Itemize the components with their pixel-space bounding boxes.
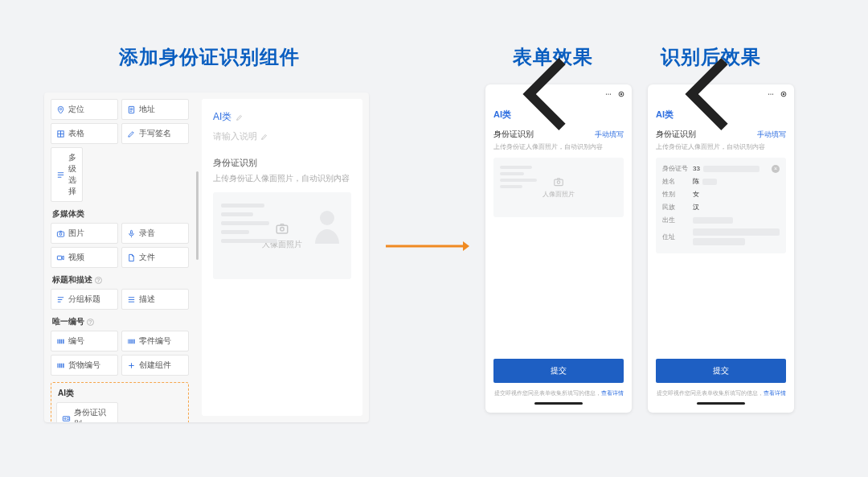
result-addr-label: 住址 <box>662 232 688 241</box>
palette-item-description[interactable]: 描述 <box>121 289 189 310</box>
barcode-icon <box>127 337 136 346</box>
list-icon <box>127 295 136 304</box>
phone-field-label: 身份证识别 <box>493 129 534 140</box>
palette-item-cargo-no[interactable]: 货物编号 <box>51 355 118 376</box>
result-idnum-value[interactable]: 33 <box>693 165 767 172</box>
phone-consent: 提交即视作您同意表单收集所填写的信息，查看详情 <box>493 389 624 397</box>
palette-item-label: 零件编号 <box>139 335 171 347</box>
idcard-field-label: 身份证识别 <box>213 157 351 169</box>
redacted-bar <box>693 238 745 245</box>
palette-item-label: 手写签名 <box>139 128 171 139</box>
builder-panel: 定位 地址 表格 手写签名 多级选择 多媒体类 <box>44 93 369 422</box>
phone-category: AI类 <box>656 109 786 121</box>
palette-item-label: 多级选择 <box>68 152 77 197</box>
phone-field-sub: 上传身份证人像面照片，自动识别内容 <box>493 142 624 151</box>
redacted-bar <box>693 228 780 236</box>
palette-item-label: 身份证识别 <box>74 407 113 422</box>
phone-header <box>485 84 632 104</box>
phone-field-sub: 上传身份证人像面照片，自动识别内容 <box>656 142 786 151</box>
phone-mock-form: AI类 身份证识别 手动填写 上传身份证人像面照片，自动识别内容 人像面照片 提… <box>485 84 632 413</box>
palette-item-label: 表格 <box>68 128 84 139</box>
result-nation-value[interactable]: 汉 <box>693 203 780 212</box>
svg-point-14 <box>606 93 607 94</box>
submit-button[interactable]: 提交 <box>493 359 624 383</box>
redacted-bar <box>702 179 717 185</box>
svg-point-8 <box>64 417 66 419</box>
palette-item-serial[interactable]: 编号 <box>51 331 118 352</box>
idcard-upload-placeholder[interactable]: 人像面照片 <box>213 192 351 279</box>
upload-skeleton-lines <box>221 204 277 243</box>
palette-item-image[interactable]: 图片 <box>51 223 118 244</box>
camera-icon <box>56 229 65 238</box>
palette-item-part-no[interactable]: 零件编号 <box>121 331 189 352</box>
pin-icon <box>56 105 65 114</box>
submit-button[interactable]: 提交 <box>656 359 786 383</box>
phone-upload-label: 人像面照片 <box>542 190 575 199</box>
help-icon[interactable]: ? <box>95 277 102 284</box>
canvas-description-input[interactable]: 请输入说明 <box>213 130 351 142</box>
result-idnum-label: 身份证号 <box>662 164 688 173</box>
target-icon[interactable] <box>780 90 788 98</box>
palette-ai-title: AI类 <box>58 388 74 399</box>
camera-icon <box>553 176 564 187</box>
palette-item-video[interactable]: 视频 <box>51 247 118 268</box>
palette-item-create-new[interactable]: 创建组件 <box>121 355 189 376</box>
more-icon[interactable] <box>767 90 775 98</box>
palette-item-file[interactable]: 文件 <box>121 247 189 268</box>
svg-point-11 <box>320 211 334 225</box>
result-gender-value[interactable]: 女 <box>693 190 780 199</box>
consent-link[interactable]: 查看详情 <box>601 390 624 396</box>
palette-item-cascader[interactable]: 多级选择 <box>51 147 83 202</box>
result-addr-value[interactable] <box>693 228 780 245</box>
palette-item-label: 描述 <box>139 294 155 305</box>
palette-group-top: 定位 地址 表格 手写签名 多级选择 <box>51 99 189 202</box>
svg-rect-5 <box>131 230 133 234</box>
palette-item-label: 编号 <box>68 335 84 347</box>
svg-point-10 <box>280 228 285 232</box>
svg-point-0 <box>59 108 61 109</box>
clear-icon[interactable]: × <box>772 165 780 173</box>
list-icon <box>56 171 65 179</box>
result-birth-value[interactable] <box>693 217 780 224</box>
palette-item-label: 定位 <box>68 104 84 115</box>
consent-link[interactable]: 查看详情 <box>764 390 786 396</box>
palette-section-media: 多媒体类 <box>52 208 189 220</box>
svg-point-20 <box>557 181 560 184</box>
help-icon[interactable]: ? <box>87 319 94 326</box>
redacted-bar <box>693 217 733 224</box>
target-icon[interactable] <box>617 90 625 98</box>
phone-upload-placeholder[interactable]: 人像面照片 <box>493 158 624 217</box>
palette-section-title-desc: 标题和描述? <box>52 274 189 286</box>
manual-input-link[interactable]: 手动填写 <box>595 130 624 140</box>
palette-item-audio[interactable]: 录音 <box>121 223 189 244</box>
palette-item-label: 图片 <box>68 228 84 239</box>
more-icon[interactable] <box>604 90 612 98</box>
phone-category: AI类 <box>493 109 624 121</box>
phone-header <box>648 84 794 104</box>
palette-section-unique-id: 唯一编号? <box>52 316 189 327</box>
home-indicator <box>534 402 583 405</box>
pencil-icon <box>235 113 244 121</box>
manual-input-link[interactable]: 手动填写 <box>757 130 786 140</box>
svg-rect-3 <box>57 232 63 236</box>
palette-item-label: 视频 <box>68 252 84 263</box>
pencil-icon <box>127 130 136 138</box>
ocr-result-card: 身份证号 33 × 姓名 陈 性别 女 民族 汉 出生 <box>656 158 786 253</box>
svg-rect-19 <box>555 179 563 186</box>
palette-item-table[interactable]: 表格 <box>51 123 118 144</box>
palette-item-group-title[interactable]: 分组标题 <box>51 289 118 310</box>
palette-section-ai: AI类 身份证识别 <box>51 382 189 422</box>
svg-point-23 <box>772 93 773 94</box>
svg-point-16 <box>610 93 611 94</box>
component-palette: 定位 地址 表格 手写签名 多级选择 多媒体类 <box>51 99 195 416</box>
phone-consent: 提交即视作您同意表单收集所填写的信息，查看详情 <box>656 389 786 397</box>
scrollbar-thumb[interactable] <box>196 171 199 260</box>
result-name-value[interactable]: 陈 <box>693 177 780 186</box>
palette-item-address[interactable]: 地址 <box>121 99 189 120</box>
palette-item-signature[interactable]: 手写签名 <box>121 123 189 144</box>
canvas-category[interactable]: AI类 <box>213 110 351 124</box>
palette-item-location[interactable]: 定位 <box>51 99 118 120</box>
list-icon <box>56 295 65 304</box>
palette-item-idcard-ocr[interactable]: 身份证识别 <box>56 402 118 422</box>
svg-rect-6 <box>57 256 62 260</box>
